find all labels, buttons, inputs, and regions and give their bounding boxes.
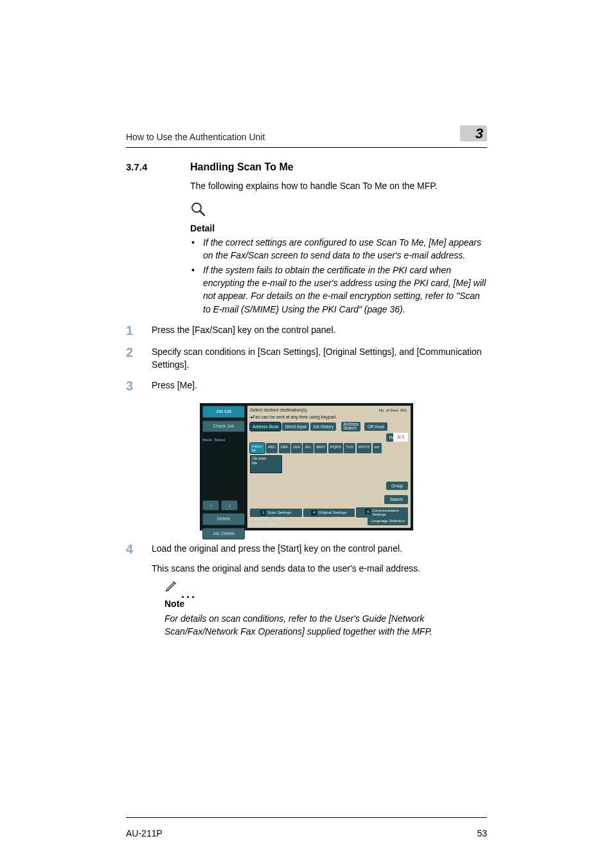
me-card-email-line: ☑E-Mail bbox=[252, 457, 280, 461]
note-heading: Note bbox=[164, 597, 487, 610]
footer-page-number: 53 bbox=[477, 828, 487, 838]
def-key[interactable]: DEF bbox=[279, 443, 290, 453]
badge: 1 bbox=[260, 510, 266, 516]
detail-bullet: If the system fails to obtain the certif… bbox=[190, 264, 487, 316]
mfp-screenshot: Job List Check Job Mode Status ↑ ↓ Delet… bbox=[200, 403, 413, 530]
scroll-up-button[interactable]: ↑ bbox=[202, 500, 219, 511]
footer-model: AU-211P bbox=[126, 828, 163, 838]
broadcast-label: No. of Dest. bbox=[379, 408, 400, 412]
tab-job-history[interactable]: Job History bbox=[310, 422, 337, 431]
dest-count: 001 bbox=[400, 408, 407, 412]
running-head: How to Use the Authentication Unit bbox=[126, 132, 487, 142]
detail-heading: Detail bbox=[190, 222, 487, 235]
job-details-button[interactable]: Job Details bbox=[202, 528, 245, 539]
etc-key[interactable]: etc bbox=[373, 443, 382, 453]
language-selection-button[interactable]: Language Selection bbox=[368, 517, 408, 525]
step-text: Specify scan conditions in [Scan Setting… bbox=[152, 345, 487, 372]
scan-settings-label: Scan Settings bbox=[267, 510, 291, 516]
ellipsis-icon: ... bbox=[181, 591, 197, 597]
address-search-button[interactable]: Address Search bbox=[341, 422, 360, 431]
step-text: Press [Me]. bbox=[152, 379, 487, 393]
status-label: Status bbox=[214, 438, 225, 442]
original-settings-label: Original Settings bbox=[318, 510, 346, 516]
section-title: Handling Scan To Me bbox=[190, 159, 294, 174]
off-hook-button[interactable]: Off-Hook bbox=[364, 422, 387, 431]
me-card-label: Me bbox=[252, 461, 280, 466]
pqrs-key[interactable]: PQRS bbox=[328, 443, 343, 453]
wxyz-key[interactable]: WXYZ bbox=[357, 443, 371, 453]
note-body: For details on scan conditions, refer to… bbox=[164, 612, 487, 638]
detail-bullet: If the correct settings are configured t… bbox=[190, 236, 487, 262]
job-list-button[interactable]: Job List bbox=[202, 406, 245, 417]
tab-address-book[interactable]: Address Book bbox=[250, 422, 281, 431]
footer-memory-pct: 100% bbox=[266, 522, 276, 526]
tuv-key[interactable]: TUV bbox=[344, 443, 355, 453]
chapter-number: 3 bbox=[475, 125, 487, 141]
section-number: 3.7.4 bbox=[126, 160, 190, 174]
jkl-key[interactable]: JKL bbox=[303, 443, 313, 453]
delete-button[interactable]: Delete bbox=[202, 513, 245, 525]
step-text: Load the original and press the [Start] … bbox=[152, 542, 487, 555]
step-number: 3 bbox=[126, 379, 152, 393]
step-number: 1 bbox=[126, 323, 152, 338]
detail-bullet-list: If the correct settings are configured t… bbox=[190, 236, 487, 316]
search-button[interactable]: Search bbox=[384, 495, 408, 503]
me-destination-card[interactable]: ☑E-Mail Me bbox=[250, 455, 282, 473]
panel-message-2: ●Fax can be sent at any time using keypa… bbox=[247, 414, 411, 422]
svg-line-1 bbox=[200, 211, 204, 215]
page-indicator: 1/ 1 bbox=[393, 433, 408, 441]
step-number: 2 bbox=[126, 345, 152, 372]
magnifier-icon bbox=[190, 201, 206, 220]
chapter-badge: 3 bbox=[460, 125, 487, 141]
pen-icon bbox=[164, 579, 179, 596]
badge: 4 bbox=[311, 510, 317, 516]
footer-memory-label: Memory bbox=[250, 522, 264, 526]
check-job-button[interactable]: Check Job bbox=[202, 420, 245, 432]
mode-label: Mode bbox=[202, 438, 212, 442]
favorite-key[interactable]: Favor- ite bbox=[250, 443, 265, 453]
badge: 5 bbox=[365, 509, 371, 514]
mno-key[interactable]: MNO bbox=[314, 443, 327, 453]
footer-rule bbox=[126, 817, 487, 818]
section-intro: The following explains how to handle Sca… bbox=[190, 179, 487, 192]
group-button[interactable]: Group bbox=[386, 482, 408, 490]
footer-time: 21:35 bbox=[271, 516, 281, 520]
step-result-text: This scans the original and sends data t… bbox=[152, 562, 487, 575]
step-text: Press the [Fax/Scan] key on the control … bbox=[152, 323, 487, 338]
ghi-key[interactable]: GHI bbox=[291, 443, 302, 453]
tab-direct-input[interactable]: Direct Input bbox=[282, 422, 308, 431]
abc-key[interactable]: ABC bbox=[266, 443, 278, 453]
step-number: 4 bbox=[126, 542, 152, 575]
footer-date: 12/29/2009 bbox=[250, 516, 269, 520]
scroll-down-button[interactable]: ↓ bbox=[221, 500, 238, 511]
